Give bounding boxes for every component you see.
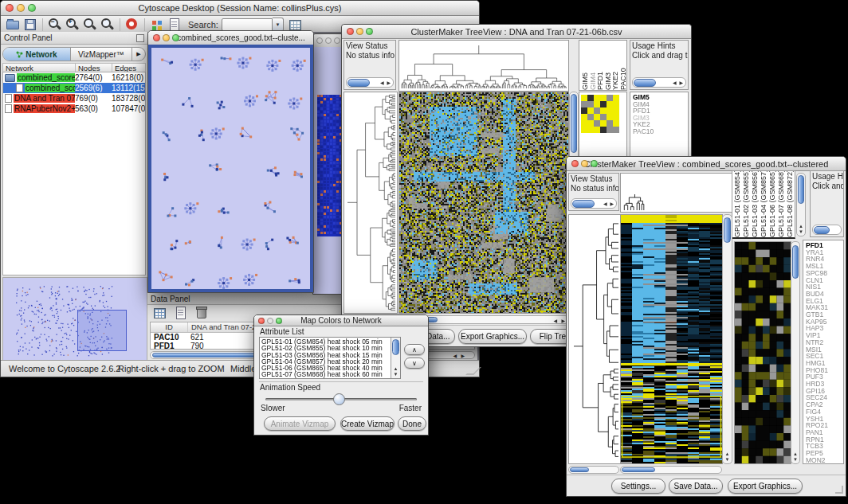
heatmap-cell[interactable] (581, 107, 587, 114)
export-graphics-button[interactable]: Export Graphics... (728, 479, 803, 494)
minimize-icon[interactable] (267, 318, 273, 324)
global-heatmap[interactable] (620, 214, 723, 464)
network-overview-thumbnail[interactable] (2, 277, 147, 361)
heatmap-cell[interactable] (587, 95, 594, 101)
treeview2-titlebar[interactable]: ClusterMaker TreeView : combined_scores_… (567, 157, 846, 171)
create-vizmap-button[interactable]: Create Vizmap (340, 416, 395, 431)
scroll-right-icon[interactable]: ▶ (461, 353, 465, 358)
heatmap-cell[interactable] (587, 127, 594, 133)
search-dropdown-icon[interactable]: ▼ (273, 18, 284, 32)
heatmap-cell[interactable] (581, 120, 587, 127)
global-heatmap[interactable] (398, 92, 569, 314)
column-dendrogram[interactable] (398, 40, 569, 92)
zoom-window-icon[interactable] (276, 318, 282, 324)
attribute-list-item[interactable]: GPL51-07 (GSM868) heat shock 60 min (261, 371, 398, 377)
help-ring-icon[interactable] (125, 18, 139, 32)
correlation-mini-heatmap[interactable] (581, 95, 619, 133)
new-attribute-icon[interactable] (174, 306, 188, 320)
edit-page-icon[interactable] (167, 18, 182, 32)
minimize-icon[interactable] (163, 34, 170, 41)
attribute-table-icon[interactable] (289, 18, 303, 32)
heatmap-cell[interactable] (613, 107, 619, 114)
heatmap-cell[interactable] (607, 101, 613, 107)
vizmapper-grid-icon[interactable] (150, 18, 164, 32)
zoom-window-icon[interactable] (172, 34, 179, 41)
scrollbar-thumb[interactable] (798, 175, 804, 204)
gene-label[interactable]: MON2 (806, 457, 843, 464)
dendrogram-hscrollbar[interactable] (568, 466, 619, 474)
close-icon[interactable] (347, 28, 354, 35)
scrollbar-thumb[interactable] (814, 226, 830, 234)
heatmap-cell[interactable] (600, 95, 607, 101)
heatmap-cell[interactable] (607, 120, 613, 127)
detail-vscrollbar[interactable]: ▲▼ (791, 241, 800, 464)
detail-heatmap[interactable] (734, 241, 791, 464)
close-icon[interactable] (316, 37, 323, 44)
scrollbar-thumb[interactable] (392, 339, 399, 355)
done-button[interactable]: Done (398, 416, 426, 431)
heatmap-cell[interactable] (600, 107, 607, 114)
zoom-region-icon[interactable] (83, 18, 97, 32)
minimize-icon[interactable] (356, 28, 363, 35)
resize-grip[interactable] (465, 367, 481, 375)
network-row[interactable]: RNAPuberNov2+563(0)107847(0) (3, 104, 145, 114)
heatmap-cell[interactable] (587, 101, 594, 107)
gene-label[interactable]: PAC10 (633, 128, 688, 135)
view-status-scrollbar[interactable]: ◀ ▶ (571, 198, 617, 209)
heatmap-cell[interactable] (581, 127, 587, 133)
tab-network[interactable]: Network (3, 48, 71, 61)
export-graphics-button[interactable]: Export Graphics... (458, 329, 527, 344)
heatmap-cell[interactable] (594, 120, 600, 127)
network-view-titlebar[interactable]: combined_scores_good.txt--cluste... (148, 31, 313, 45)
zoom-in-icon[interactable]: + (65, 18, 80, 32)
heatmap-cell[interactable] (600, 127, 607, 133)
zoom-out-icon[interactable]: − (48, 18, 62, 32)
settings-button[interactable]: Settings... (611, 479, 665, 494)
usage-hints-scrollbar[interactable] (812, 225, 842, 235)
scrollbar-thumb[interactable] (572, 200, 595, 208)
tab-vizmapper[interactable]: VizMapper™ (71, 48, 132, 61)
heatmap-cell[interactable] (613, 101, 619, 107)
save-data-button[interactable]: Save Data... (669, 479, 723, 494)
heatmap-cell[interactable] (600, 120, 607, 127)
close-icon[interactable] (6, 4, 14, 12)
network-row[interactable]: DNA and Tran 07769(0)183728(0) (3, 93, 145, 104)
view-status-scrollbar[interactable]: ◀ ▶ (346, 77, 394, 88)
scrollbar-thumb[interactable] (347, 79, 370, 87)
minimize-icon[interactable] (325, 37, 332, 44)
scroll-left-icon[interactable]: ◀ (453, 353, 457, 358)
minimize-icon[interactable] (17, 4, 25, 12)
heatmap-cell[interactable] (613, 127, 619, 133)
column-dendrogram[interactable] (620, 173, 732, 213)
save-icon[interactable] (23, 18, 37, 32)
scroll-left-icon[interactable]: ◀ (553, 318, 557, 323)
heatmap-cell[interactable] (607, 127, 613, 133)
row-dendrogram[interactable] (568, 214, 621, 464)
labels-vscrollbar[interactable]: ▲▼ (796, 173, 806, 236)
resize-grip[interactable] (835, 486, 843, 494)
heatmap-cell[interactable] (613, 95, 619, 101)
tab-more-arrow[interactable]: ▶ (132, 48, 145, 61)
zoom-window-icon[interactable] (334, 37, 340, 44)
heatmap-cell[interactable] (587, 120, 594, 127)
attribute-grid-icon[interactable] (153, 306, 167, 320)
heatmap-cell[interactable] (613, 120, 619, 127)
animate-vizmap-button[interactable]: Animate Vizmap (264, 416, 336, 431)
slider-thumb[interactable] (333, 393, 345, 405)
heatmap-cell[interactable] (613, 114, 619, 120)
float-panel-icon[interactable] (136, 34, 144, 42)
heatmap-cell[interactable] (581, 114, 587, 120)
main-titlebar[interactable]: Cytoscape Desktop (Session Name: collins… (1, 1, 479, 16)
heatmap-cell[interactable] (594, 95, 600, 101)
dialog-titlebar[interactable]: Map Colors to Network (254, 315, 428, 326)
network-graph-canvas[interactable] (151, 48, 310, 289)
heatmap-cell[interactable] (581, 101, 587, 107)
minimize-icon[interactable] (581, 160, 588, 167)
close-icon[interactable] (153, 34, 160, 41)
heatmap-vscrollbar[interactable]: ▲▼ (722, 214, 732, 464)
heatmap-cell[interactable] (607, 95, 613, 101)
close-icon[interactable] (258, 318, 265, 324)
heatmap-cell[interactable] (594, 127, 600, 133)
heatmap-cell[interactable] (587, 107, 594, 114)
heatmap-cell[interactable] (581, 95, 587, 101)
